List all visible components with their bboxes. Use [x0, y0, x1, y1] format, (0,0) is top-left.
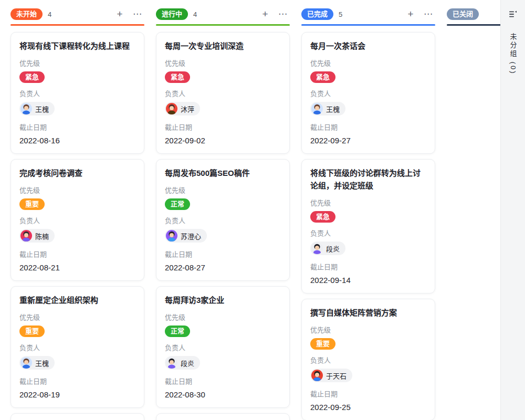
avatar-face-icon — [166, 230, 177, 242]
task-card[interactable]: 撰写自媒体矩阵营销方案优先级重要负责人于天石截止日期2022-09-25 — [301, 299, 435, 420]
ungrouped-tab[interactable]: 未分组 (0) — [508, 33, 518, 75]
assignee-name: 苏澄心 — [181, 231, 201, 241]
column-header: 进行中4+⋯ — [156, 7, 290, 21]
due-date-label: 截止日期 — [310, 262, 426, 272]
task-title: 将现有线下课程转化为线上课程 — [19, 40, 135, 52]
avatar-face-icon — [20, 357, 32, 369]
due-date-value: 2022-08-16 — [19, 135, 135, 146]
due-date-label: 截止日期 — [165, 377, 281, 386]
priority-badge: 紧急 — [165, 71, 190, 83]
column-card-count: 5 — [339, 10, 342, 18]
assignee-chip: 陈楠 — [19, 229, 55, 243]
task-card[interactable]: 每周举办1场参与人数达3000+以上的营销活动 — [156, 413, 290, 420]
priority-badge: 重要 — [19, 198, 45, 210]
due-date-label: 截止日期 — [165, 250, 281, 259]
due-date-label: 截止日期 — [19, 123, 135, 132]
column-accent-line — [301, 24, 435, 26]
column-accent-line — [10, 24, 144, 26]
assignee-name: 王槐 — [35, 358, 49, 368]
column-more-button[interactable]: ⋯ — [422, 7, 435, 21]
task-title: 撰写自媒体矩阵营销方案 — [310, 307, 426, 319]
column-accent-line — [156, 24, 290, 26]
task-card[interactable]: 每周拜访3家企业优先级正常负责人段炎截止日期2022-08-30 — [156, 286, 290, 408]
task-card[interactable]: 每周一次专业培训深造优先级紧急负责人沐萍截止日期2022-09-02 — [156, 32, 290, 154]
kanban-column: 未开始4+⋯将现有线下课程转化为线上课程优先级紧急负责人王槐截止日期2022-0… — [10, 7, 144, 420]
avatar-face-icon — [166, 103, 177, 114]
task-title: 每周发布500篇SEO稿件 — [165, 167, 281, 180]
task-card[interactable]: 将线下班级的讨论群转为线上讨论组，并设定班级优先级紧急负责人段炎截止日期2022… — [301, 159, 435, 293]
task-title: 每周拜访3家企业 — [165, 294, 281, 307]
assignee-name: 王槐 — [326, 104, 340, 114]
assignee-name: 段炎 — [326, 244, 340, 254]
task-title: 将线下班级的讨论群转为线上讨论组，并设定班级 — [310, 167, 426, 192]
priority-badge: 正常 — [165, 326, 190, 337]
assignee-name: 王槐 — [35, 104, 49, 114]
priority-label: 优先级 — [19, 59, 135, 68]
assignee-chip: 沐萍 — [165, 102, 200, 116]
avatar-face-icon — [20, 230, 32, 242]
task-title: 重新厘定企业组织架构 — [19, 294, 135, 307]
assignee-label: 负责人 — [19, 343, 135, 353]
due-date-value: 2022-09-25 — [310, 402, 426, 413]
priority-badge: 紧急 — [310, 71, 335, 83]
due-date-label: 截止日期 — [165, 123, 281, 132]
add-card-button[interactable]: + — [258, 7, 272, 21]
column-accent-line — [447, 24, 500, 26]
due-date-value: 2022-09-14 — [310, 275, 426, 286]
assignee-name: 沐萍 — [181, 104, 194, 114]
priority-badge: 紧急 — [310, 211, 335, 223]
collapse-panel-button[interactable] — [507, 8, 519, 20]
column-status-badge: 未开始 — [10, 8, 43, 20]
assignee-avatar — [20, 103, 32, 114]
column-more-button[interactable]: ⋯ — [276, 7, 290, 21]
task-card[interactable]: 制定活动方案 — [10, 413, 144, 420]
assignee-label: 负责人 — [165, 216, 281, 226]
priority-badge: 紧急 — [19, 71, 45, 83]
assignee-avatar — [20, 357, 32, 369]
column-card-count: 4 — [193, 10, 197, 18]
kanban-column: 已关闭 — [447, 7, 500, 420]
assignee-name: 陈楠 — [35, 231, 49, 241]
add-card-button[interactable]: + — [113, 7, 127, 21]
assignee-avatar — [166, 357, 177, 369]
assignee-label: 负责人 — [165, 89, 281, 99]
priority-badge: 重要 — [310, 338, 335, 350]
assignee-chip: 王槐 — [310, 102, 345, 116]
column-more-button[interactable]: ⋯ — [131, 7, 144, 21]
assignee-chip: 段炎 — [310, 242, 345, 255]
assignee-avatar — [311, 370, 323, 381]
task-card[interactable]: 重新厘定企业组织架构优先级重要负责人王槐截止日期2022-08-19 — [10, 286, 144, 408]
priority-label: 优先级 — [165, 186, 281, 195]
due-date-value: 2022-09-02 — [165, 135, 281, 146]
assignee-name: 于天石 — [326, 371, 346, 381]
avatar-face-icon — [311, 103, 323, 114]
assignee-chip: 苏澄心 — [165, 229, 207, 243]
collapse-panel-icon — [508, 9, 518, 19]
kanban-column: 进行中4+⋯每周一次专业培训深造优先级紧急负责人沐萍截止日期2022-09-02… — [156, 7, 290, 420]
kanban-column: 已完成5+⋯每月一次茶话会优先级紧急负责人王槐截止日期2022-09-27将线下… — [301, 7, 435, 420]
assignee-avatar — [166, 103, 177, 114]
assignee-label: 负责人 — [19, 216, 135, 226]
priority-label: 优先级 — [19, 313, 135, 322]
task-title: 完成考核问卷调查 — [19, 167, 135, 180]
add-card-button[interactable]: + — [404, 7, 417, 21]
column-status-badge: 已完成 — [301, 8, 333, 20]
assignee-label: 负责人 — [310, 356, 426, 365]
assignee-chip: 王槐 — [19, 356, 55, 370]
assignee-label: 负责人 — [165, 343, 281, 353]
priority-label: 优先级 — [310, 59, 426, 68]
task-card[interactable]: 将现有线下课程转化为线上课程优先级紧急负责人王槐截止日期2022-08-16 — [10, 32, 144, 154]
task-card[interactable]: 完成考核问卷调查优先级重要负责人陈楠截止日期2022-08-21 — [10, 159, 144, 281]
column-status-badge: 进行中 — [156, 8, 188, 20]
column-header: 已关闭 — [447, 7, 500, 21]
column-card-count: 4 — [48, 10, 51, 18]
task-card[interactable]: 每月一次茶话会优先级紧急负责人王槐截止日期2022-09-27 — [301, 32, 435, 154]
assignee-chip: 于天石 — [310, 369, 352, 382]
assignee-chip: 王槐 — [19, 102, 55, 116]
due-date-value: 2022-08-19 — [19, 390, 135, 400]
priority-badge: 重要 — [19, 326, 45, 337]
task-title: 每周一次专业培训深造 — [165, 40, 281, 52]
assignee-chip: 段炎 — [165, 356, 200, 370]
assignee-avatar — [311, 243, 323, 254]
task-card[interactable]: 每周发布500篇SEO稿件优先级正常负责人苏澄心截止日期2022-08-27 — [156, 159, 290, 281]
